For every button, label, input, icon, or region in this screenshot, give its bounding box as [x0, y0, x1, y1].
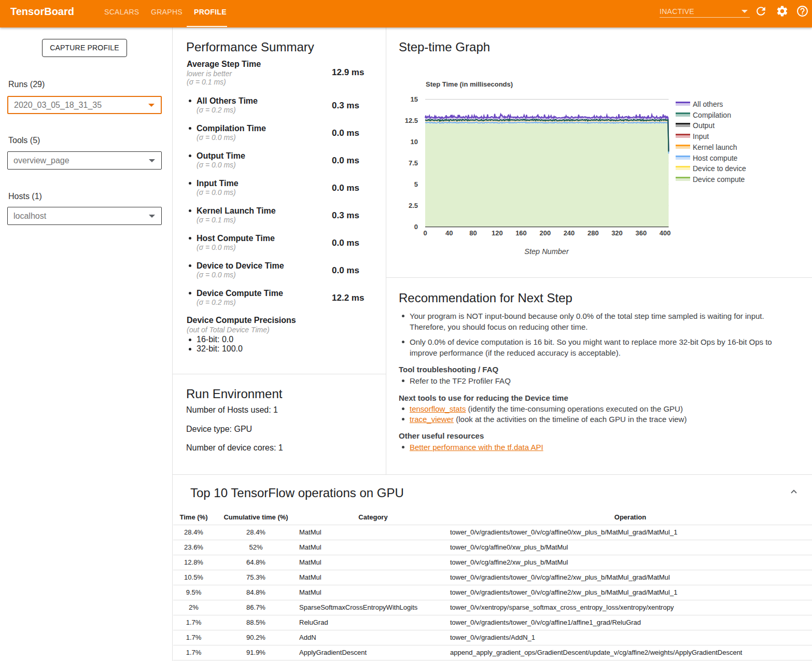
svg-text:Step Time (in milliseconds): Step Time (in milliseconds)	[426, 80, 513, 88]
svg-text:280: 280	[587, 229, 599, 237]
svg-text:320: 320	[611, 229, 623, 237]
svg-text:2.5: 2.5	[409, 202, 418, 209]
svg-text:40: 40	[445, 229, 453, 237]
svg-text:12.5: 12.5	[405, 117, 418, 124]
svg-text:10: 10	[411, 138, 418, 146]
svg-text:5: 5	[414, 180, 418, 188]
svg-text:7.5: 7.5	[409, 159, 418, 167]
svg-text:Step Number: Step Number	[524, 247, 569, 256]
svg-text:400: 400	[660, 229, 671, 237]
svg-text:160: 160	[515, 229, 527, 237]
svg-text:360: 360	[635, 229, 647, 237]
svg-text:80: 80	[469, 229, 477, 237]
svg-text:120: 120	[492, 229, 503, 237]
svg-text:240: 240	[564, 229, 575, 237]
svg-text:0: 0	[414, 223, 418, 231]
svg-text:200: 200	[539, 229, 551, 237]
svg-text:15: 15	[411, 95, 418, 103]
svg-text:0: 0	[423, 229, 427, 237]
